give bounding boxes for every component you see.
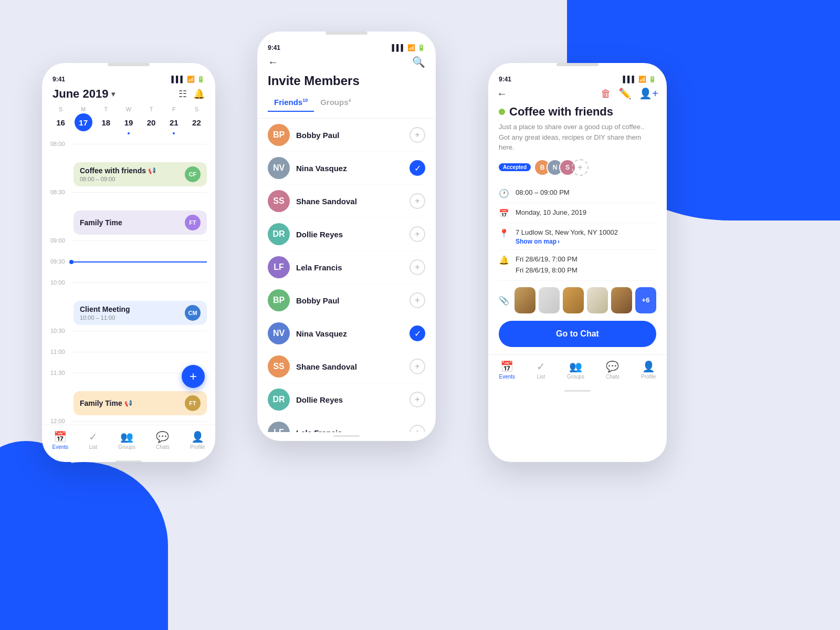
battery-icon: 🔋 (197, 76, 205, 83)
member-row[interactable]: BP Bobby Paul + (266, 119, 427, 152)
chevron-down-icon[interactable]: ▾ (111, 90, 115, 98)
member-avatar: BP (268, 124, 290, 146)
member-row[interactable]: LF Lela Francis + (266, 251, 427, 284)
notch (108, 63, 150, 66)
member-row[interactable]: NV Nina Vasquez ✓ (266, 152, 427, 185)
info-location: 📍 7 Ludlow St, New York, NY 10002 Show o… (499, 223, 656, 250)
status-bar-1: 9:41 ▌▌▌ 📶 🔋 (42, 69, 215, 85)
photo-thumb[interactable] (539, 287, 560, 313)
nav-chats-3[interactable]: 💬 Chats (606, 360, 620, 380)
groups-icon: 👥 (120, 430, 133, 443)
member-avatar: NV (268, 157, 290, 179)
nav-events-3[interactable]: 📅 Events (499, 360, 516, 380)
member-add-btn[interactable]: + (410, 392, 425, 407)
accepted-badge: Accepted (499, 163, 531, 171)
member-avatar: SS (268, 355, 290, 377)
go-to-chat-button[interactable]: Go to Chat (499, 321, 656, 347)
member-row[interactable]: SS Shane Sandoval + (266, 350, 427, 383)
home-indicator-3 (564, 390, 591, 392)
member-row[interactable]: DR Dollie Reyes + (266, 383, 427, 416)
event-description: Just a place to share over a good cup of… (488, 122, 667, 159)
tab-friends[interactable]: Friends10 (268, 96, 314, 112)
day-tue[interactable]: T 18 (97, 106, 116, 134)
day-thu[interactable]: T 20 (142, 106, 161, 134)
photo-thumb[interactable] (514, 287, 536, 313)
notch-3 (556, 63, 598, 66)
time-1030: 10:30 (50, 327, 207, 348)
day-sat[interactable]: S 22 (187, 106, 206, 134)
member-row[interactable]: BP Bobby Paul + (266, 284, 427, 317)
filter-icon[interactable]: ☷ (178, 88, 187, 100)
event-avatar-ft2: FT (185, 395, 201, 411)
time-0900: 09:00 (50, 236, 207, 257)
event-coffee[interactable]: Coffee with friends 📢 08:00 – 09:00 CF (74, 162, 207, 186)
nav-events-1[interactable]: 📅 Events (52, 430, 69, 450)
time-1: 9:41 (52, 76, 65, 83)
delete-icon[interactable]: 🗑 (601, 88, 611, 100)
time-0830: 08:30 (50, 188, 207, 209)
notch-2 (326, 32, 368, 35)
add-event-fab[interactable]: + (182, 365, 205, 388)
chats-icon-nav: 💬 (606, 360, 619, 373)
member-avatar: SS (268, 190, 290, 212)
nav-profile-3[interactable]: 👤 Profile (641, 360, 656, 380)
bell-icon[interactable]: 🔔 (193, 88, 205, 100)
calendar-header: June 2019 ▾ ☷ 🔔 (42, 85, 215, 106)
member-add-btn[interactable]: + (410, 425, 425, 432)
nav-groups-1[interactable]: 👥 Groups (118, 430, 135, 450)
member-selected-btn[interactable]: ✓ (410, 160, 425, 176)
member-row[interactable]: SS Shane Sandoval + (266, 185, 427, 218)
add-person-icon[interactable]: 👤+ (639, 87, 658, 100)
member-add-btn[interactable]: + (410, 127, 425, 143)
back-button-3[interactable]: ← (497, 88, 507, 100)
member-add-btn[interactable]: + (410, 226, 425, 242)
detail-info: 🕐 08:00 – 09:00 PM 📅 Monday, 10 June, 20… (488, 183, 667, 281)
member-row[interactable]: NV Nina Vasquez ✓ (266, 317, 427, 350)
event-family-purple[interactable]: Family Time FT (74, 211, 207, 235)
wifi-icon-3: 📶 (638, 76, 646, 83)
photos-more-btn[interactable]: +6 (635, 287, 656, 313)
search-button-2[interactable]: 🔍 (412, 56, 425, 68)
day-sun[interactable]: S 16 (51, 106, 70, 134)
nav-list-1[interactable]: ✓ List (89, 430, 98, 450)
calendar-title: June 2019 ▾ (52, 87, 115, 101)
member-avatar: DR (268, 388, 290, 411)
day-fri[interactable]: F 21 (164, 106, 183, 134)
nav-groups-3[interactable]: 👥 Groups (567, 360, 584, 380)
member-add-btn[interactable]: + (410, 259, 425, 275)
info-reminders: 🔔 Fri 28/6/19, 7:00 PM Fri 28/6/19, 8:00… (499, 250, 656, 281)
list-icon: ✓ (89, 430, 98, 443)
event-family-orange[interactable]: Family Time 📢 FT (74, 391, 207, 415)
attachment-icon: 📎 (499, 296, 509, 306)
avatar-add-btn[interactable]: + (572, 159, 589, 176)
day-wed[interactable]: W 19 (119, 106, 138, 134)
member-add-btn[interactable]: + (410, 193, 425, 209)
nav-list-3[interactable]: ✓ List (537, 360, 545, 380)
bottom-nav-3: 📅 Events ✓ List 👥 Groups 💬 Chats 👤 Profi… (488, 354, 667, 387)
status-bar-2: 9:41 ▌▌▌ 📶 🔋 (257, 38, 436, 54)
invite-header: ← 🔍 (257, 54, 436, 74)
back-button-2[interactable]: ← (268, 56, 278, 68)
tab-groups[interactable]: Groups4 (314, 96, 357, 112)
member-row[interactable]: DR Dollie Reyes + (266, 218, 427, 251)
status-bar-3: 9:41 ▌▌▌ 📶 🔋 (488, 69, 667, 85)
photo-thumb[interactable] (587, 287, 608, 313)
member-selected-btn[interactable]: ✓ (410, 326, 425, 341)
edit-icon[interactable]: ✏️ (618, 87, 632, 100)
profile-icon: 👤 (191, 430, 204, 443)
member-add-btn[interactable]: + (410, 359, 425, 374)
signal-icon-2: ▌▌▌ (392, 44, 405, 51)
member-add-btn[interactable]: + (410, 292, 425, 308)
show-map-link[interactable]: Show on map › (516, 238, 618, 245)
member-row[interactable]: LF Lela Francis + (266, 416, 427, 432)
event-client-meeting[interactable]: Client Meeting 10:00 – 11:00 CM (74, 301, 207, 325)
day-mon[interactable]: M 17 (74, 106, 93, 134)
wifi-icon: 📶 (187, 76, 195, 83)
nav-profile-1[interactable]: 👤 Profile (190, 430, 205, 450)
photo-thumb[interactable] (611, 287, 632, 313)
nav-chats-1[interactable]: 💬 Chats (156, 430, 170, 450)
calendar-icon: 📅 (54, 430, 67, 443)
photo-thumb[interactable] (563, 287, 584, 313)
battery-icon-2: 🔋 (417, 44, 425, 51)
battery-icon-3: 🔋 (648, 76, 656, 83)
